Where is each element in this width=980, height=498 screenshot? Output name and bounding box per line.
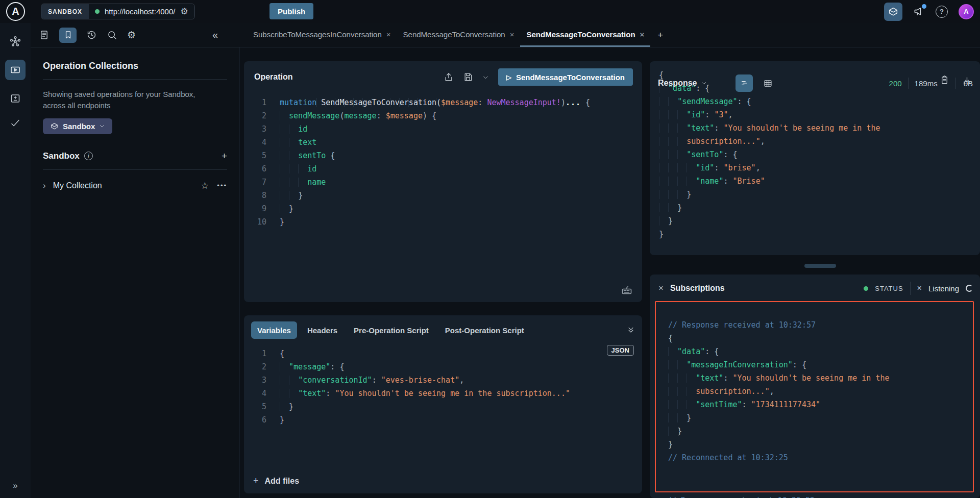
share-icon[interactable] [444,72,454,82]
run-operation-button[interactable]: ▷ SendMessageToConversation [498,68,633,86]
divider [955,78,956,89]
ellipsis-menu-icon[interactable]: ••• [217,182,227,189]
close-icon[interactable]: × [640,30,645,39]
explorer-nav-item[interactable] [5,60,26,80]
user-avatar[interactable]: A [959,4,974,19]
plus-icon: + [253,476,259,486]
code-line: 2 sendMessage(message: $message) { [248,109,642,122]
help-button[interactable]: ? [936,6,948,18]
sandbox-filter-label: Sandbox [63,122,95,131]
close-icon[interactable]: × [510,30,514,39]
save-icon[interactable] [463,72,473,82]
panel-resize-handle[interactable] [804,264,836,268]
publish-button[interactable]: Publish [270,3,313,19]
tab-headers[interactable]: Headers [301,321,344,339]
close-icon[interactable]: × [658,283,664,293]
settings-gear-icon[interactable]: ⚙ [127,30,136,40]
stop-listening-icon[interactable]: × [917,284,922,293]
code-line: 3 "conversationId": "eves-brise-chat", [248,374,642,387]
checks-nav-item[interactable] [9,117,21,129]
code-line: "sentTime": "1734111177434" [668,398,973,411]
tab-post-operation-script[interactable]: Post-Operation Script [439,321,530,339]
sandbox-switcher-button[interactable] [884,3,902,21]
request-options-card: Variables Headers Pre-Operation Script P… [244,315,642,493]
connection-settings-gear-icon[interactable]: ⚙ [180,7,188,16]
code-line: } [668,411,973,425]
divider [43,169,227,170]
chevron-down-icon[interactable] [482,74,489,81]
operation-header: Operation ▷ SendMessageToConversation [244,61,642,89]
close-icon[interactable]: × [386,30,391,39]
cube-icon [50,122,59,131]
code-line: } [659,228,980,241]
raw-view-toggle[interactable] [736,74,753,92]
play-icon: ▷ [506,73,511,81]
chevron-right-icon[interactable]: › [43,181,46,191]
apollo-logo[interactable]: A [6,2,25,21]
documentation-icon[interactable] [39,30,50,40]
code-line: { [668,332,973,345]
code-line: // Response received at 10:32:57 [668,318,973,332]
saved-collections-button[interactable] [59,28,77,43]
search-icon[interactable] [107,30,117,40]
announcements-button[interactable] [913,6,925,17]
table-view-toggle[interactable] [759,74,776,92]
info-icon[interactable]: i [84,152,93,160]
new-tab-button[interactable]: + [650,23,670,47]
add-files-button[interactable]: + Add files [253,476,299,486]
code-line: 3 id [248,122,642,136]
code-line: "id": "brise", [659,161,980,175]
code-line: // Reconnected at 10:32:25 [668,451,973,464]
bookmark-icon [63,30,73,40]
collection-row[interactable]: › My Collection ☆ ••• [43,180,227,191]
tab-send-message-2-active[interactable]: SendMessageToConversation × [520,23,650,47]
avatar-letter: A [964,8,968,15]
panel-title: Operation Collections [43,61,227,71]
endpoint-url-segment: http://localhost:4000/ ⚙ [89,4,194,19]
chevron-down-icon [99,123,105,129]
star-icon[interactable]: ☆ [201,180,209,191]
subscription-message-highlight: // Response received at 10:32:57{ "data"… [655,301,974,492]
code-line: "sentTo": { [659,148,980,161]
collapse-panel-button[interactable]: « [212,23,218,47]
status-dot [864,286,868,291]
endpoint-url-input[interactable]: http://localhost:4000/ [105,7,175,16]
apollo-sandbox-app: A SANDBOX http://localhost:4000/ ⚙ Publi… [0,0,980,498]
section-title: Sandbox [43,151,80,161]
history-icon[interactable] [86,30,97,40]
request-options-tabs: Variables Headers Pre-Operation Script P… [244,315,642,339]
tab-pre-operation-script[interactable]: Pre-Operation Script [348,321,435,339]
chevron-down-icon[interactable] [701,80,707,86]
response-size: 0B [964,79,973,88]
keyboard-shortcuts-icon[interactable] [621,284,633,296]
changelog-nav-item[interactable] [9,92,21,105]
clipboard-copy-icon[interactable] [940,75,949,85]
tab-subscribe-to-messages[interactable]: SubscribeToMessagesInConversation × [247,23,397,47]
status-label: STATUS [875,285,903,292]
response-header: Response 200 [658,74,973,92]
subscription-message-viewer[interactable]: // Response received at 10:32:57{ "data"… [656,302,973,464]
operation-tabs: SubscribeToMessagesInConversation × Send… [240,23,670,47]
double-chevron-down-icon[interactable] [627,326,635,334]
lines-icon [740,79,749,88]
sandbox-section-header: Sandbox i + [43,151,227,162]
response-title: Response [658,79,697,88]
operation-editor[interactable]: 1mutation SendMessageToConversation($mes… [244,96,642,229]
tab-send-message-1[interactable]: SendMessageToConversation × [397,23,521,47]
left-rail: » [0,23,31,498]
schema-graph-icon[interactable] [9,35,21,47]
code-line: } [668,438,973,451]
variables-editor[interactable]: 1{2 "message": {3 "conversationId": "eve… [244,347,642,427]
json-format-badge: JSON [607,345,634,356]
add-collection-button[interactable]: + [222,151,227,162]
divider [43,79,227,80]
add-files-label: Add files [265,477,300,486]
expand-rail-button[interactable]: » [0,481,31,491]
subheader-row: ⚙ « SubscribeToMessagesInConversation × … [31,23,980,47]
operation-card: Operation ▷ SendMessageToConversation 1m… [244,61,642,302]
code-line: "name": "Brise" [659,175,980,188]
code-line: "data": { [668,345,973,358]
tab-variables[interactable]: Variables [251,321,297,339]
sandbox-filter-button[interactable]: Sandbox [43,118,112,134]
run-operation-label: SendMessageToConversation [516,73,625,82]
